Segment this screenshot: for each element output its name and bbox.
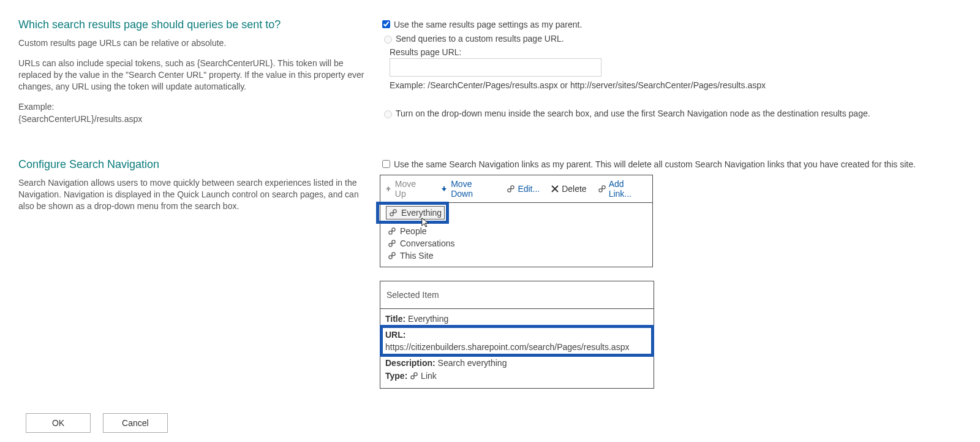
section1-example-label: Example: (18, 101, 374, 113)
selected-type-label: Type: (385, 371, 407, 381)
use-parent-results-label: Use the same results page settings as my… (394, 20, 582, 29)
nav-list: Everything People Conversations T (380, 203, 653, 267)
selected-type-row: Type: Link (385, 370, 649, 382)
selected-item-panel: Selected Item Title: Everything URL: htt… (380, 281, 654, 388)
nav-item-label: Everything (401, 208, 442, 218)
link-icon (598, 185, 606, 193)
link-icon (388, 239, 396, 248)
section2-heading: Configure Search Navigation (18, 158, 374, 171)
section1-descr-2: URLs can also include special tokens, su… (18, 58, 374, 93)
dropdown-label: Turn on the drop-down menu inside the se… (396, 109, 870, 118)
selected-url-value: https://citizenbuilders.sharepoint.com/s… (385, 342, 629, 352)
arrow-up-icon (384, 185, 393, 193)
highlight-url: URL: https://citizenbuilders.sharepoint.… (380, 325, 654, 357)
selected-description-value: Search everything (438, 358, 507, 368)
section1-example-value: {SearchCenterURL}/results.aspx (18, 113, 374, 125)
link-icon (388, 227, 396, 235)
dropdown-radio[interactable] (384, 110, 392, 118)
nav-item-label: People (400, 226, 427, 236)
ok-button[interactable]: OK (26, 413, 91, 433)
link-icon (388, 251, 396, 260)
selected-title-value: Everything (408, 314, 448, 324)
nav-item-conversations[interactable]: Conversations (385, 237, 647, 250)
results-url-label: Results page URL: (390, 47, 962, 57)
cancel-button[interactable]: Cancel (103, 413, 168, 433)
nav-item-everything[interactable]: Everything (386, 206, 445, 219)
section2-descr: Search Navigation allows users to move q… (18, 177, 374, 212)
move-down-button[interactable]: Move Down (440, 179, 496, 199)
use-parent-nav-checkbox[interactable] (382, 160, 390, 168)
results-url-example: Example: /SearchCenter/Pages/results.asp… (390, 80, 962, 90)
add-link-label: Add Link... (609, 179, 649, 199)
nav-item-this-site[interactable]: This Site (385, 250, 647, 262)
nav-toolbar: Move Up Move Down Edit... Delete (380, 175, 653, 203)
section1-descr-1: Custom results page URLs can be relative… (18, 37, 374, 49)
move-up-button[interactable]: Move Up (384, 179, 429, 199)
delete-button[interactable]: Delete (551, 184, 586, 194)
custom-results-radio[interactable] (384, 36, 392, 44)
custom-results-label: Send queries to a custom results page UR… (396, 34, 564, 44)
results-url-input[interactable] (390, 58, 601, 77)
add-link-button[interactable]: Add Link... (598, 179, 649, 199)
link-icon (410, 372, 418, 380)
selected-type-value: Link (421, 371, 437, 381)
selected-url-label: URL: (385, 330, 405, 340)
arrow-down-icon (440, 185, 448, 193)
selected-title-label: Title: (385, 314, 405, 324)
link-icon (389, 208, 398, 217)
nav-item-label: This Site (400, 251, 433, 261)
move-up-label: Move Up (395, 179, 429, 199)
x-icon (551, 185, 559, 193)
edit-label: Edit... (518, 184, 540, 194)
selected-description-row: Description: Search everything (385, 357, 649, 369)
use-parent-nav-label: Use the same Search Navigation links as … (394, 159, 916, 169)
nav-item-people[interactable]: People (385, 225, 647, 237)
selected-description-label: Description: (385, 358, 435, 368)
selected-title-row: Title: Everything (385, 313, 649, 325)
edit-button[interactable]: Edit... (507, 184, 540, 194)
delete-label: Delete (562, 184, 586, 194)
move-down-label: Move Down (451, 179, 496, 199)
link-icon (507, 185, 515, 193)
section1-heading: Which search results page should queries… (18, 18, 374, 31)
use-parent-results-checkbox[interactable] (382, 20, 390, 28)
highlight-everything: Everything (376, 202, 449, 224)
nav-item-label: Conversations (400, 238, 455, 248)
selected-item-header: Selected Item (380, 281, 654, 309)
